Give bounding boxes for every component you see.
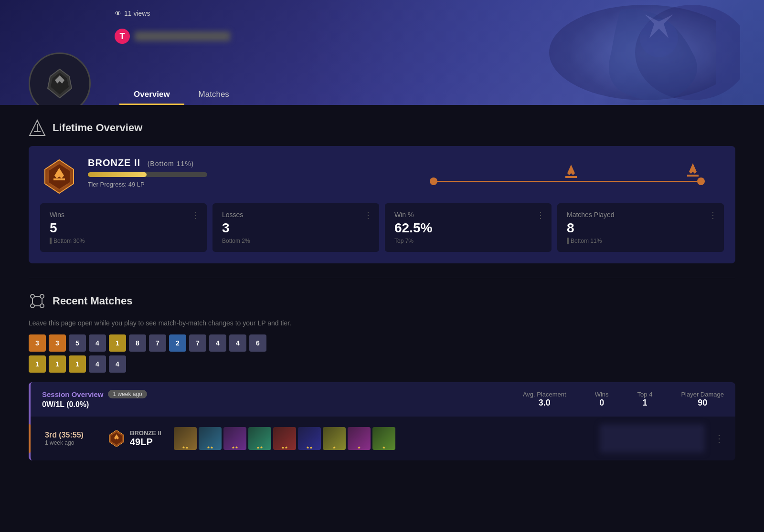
losses-menu[interactable]: ⋮ — [364, 210, 372, 220]
badge-12[interactable]: 6 — [249, 334, 266, 352]
played-menu[interactable]: ⋮ — [709, 210, 717, 220]
session-damage: Player Damage 90 — [681, 391, 724, 408]
rank-lp-label: Tier Progress: 49 LP — [88, 181, 401, 188]
badge-15[interactable]: 1 — [69, 355, 86, 373]
damage-label: Player Damage — [681, 391, 724, 398]
svg-point-15 — [40, 304, 44, 308]
winpct-value: 62.5% — [394, 220, 542, 236]
match-rank-tier: BRONZE II — [130, 429, 161, 437]
avatar — [29, 52, 91, 105]
svg-point-13 — [40, 294, 44, 298]
champ-1 — [174, 427, 197, 450]
profile-section: Overview Matches — [0, 52, 764, 105]
badge-9[interactable]: 7 — [189, 334, 206, 352]
recent-matches-icon — [29, 292, 46, 310]
username-blurred — [135, 31, 230, 41]
badge-5[interactable]: 1 — [109, 334, 126, 352]
winpct-menu[interactable]: ⋮ — [536, 210, 545, 220]
badge-4[interactable]: 4 — [89, 334, 106, 352]
session-block: Session Overview 1 week ago 0W/1L (0.0%)… — [29, 382, 735, 460]
champ-5 — [273, 427, 296, 450]
winpct-label: Win % — [394, 211, 542, 219]
match-blurred-stats — [600, 424, 705, 453]
badge-17[interactable]: 4 — [109, 355, 126, 373]
badges-row-1: 3 3 5 4 1 8 7 2 7 4 4 6 — [29, 334, 735, 352]
top4-label: Top 4 — [637, 391, 653, 398]
recent-matches-header: Recent Matches — [29, 292, 735, 310]
losses-value: 3 — [222, 220, 370, 236]
rank-progress-bar — [88, 172, 207, 177]
lifetime-title: Lifetime Overview — [53, 122, 142, 134]
wins-stat-label: Wins — [595, 391, 609, 398]
badge-10[interactable]: 4 — [209, 334, 226, 352]
badge-8[interactable]: 2 — [169, 334, 186, 352]
avg-placement-value: 3.0 — [523, 398, 566, 408]
rank-progress-fill — [88, 172, 147, 177]
stat-card-winpct: Win % 62.5% Top 7% ⋮ — [385, 203, 552, 252]
champ-8 — [348, 427, 371, 450]
champion-icons — [174, 427, 590, 450]
badge-11[interactable]: 4 — [229, 334, 246, 352]
badges-row-2: 1 1 1 4 4 — [29, 355, 735, 373]
champ-3 — [223, 427, 246, 450]
svg-point-14 — [31, 304, 34, 308]
badge-14[interactable]: 1 — [49, 355, 66, 373]
avg-placement-label: Avg. Placement — [523, 391, 566, 398]
session-title: Session Overview — [42, 390, 103, 398]
main-content: Lifetime Overview — [0, 105, 764, 475]
nav-tabs: Overview Matches — [119, 84, 244, 105]
session-avg-placement: Avg. Placement 3.0 — [523, 391, 566, 408]
played-sub: Bottom 11% — [567, 238, 714, 244]
match-menu-dots[interactable]: ⋮ — [714, 433, 724, 444]
losses-label: Losses — [222, 211, 370, 219]
banner: 👁 11 views T Overview Matches — [0, 0, 764, 105]
svg-point-11 — [697, 177, 705, 185]
badge-2[interactable]: 3 — [49, 334, 66, 352]
champ-2 — [199, 427, 222, 450]
rank-tier-label: BRONZE II (Bottom 11%) — [88, 157, 401, 168]
match-time-ago: 1 week ago — [45, 439, 97, 446]
match-placement-info: 3rd (35:55) 1 week ago — [45, 431, 97, 446]
match-placement: 3rd (35:55) — [45, 431, 97, 439]
stats-row: Wins 5 Bottom 30% ⋮ Losses 3 Bottom 2% ⋮… — [40, 203, 724, 252]
match-lp: 49LP — [130, 437, 161, 448]
session-record: 0W/1L (0.0%) — [42, 400, 147, 409]
losses-sub: Bottom 2% — [222, 238, 370, 244]
wins-menu[interactable]: ⋮ — [191, 210, 200, 220]
badge-1[interactable]: 3 — [29, 334, 46, 352]
badge-3[interactable]: 5 — [69, 334, 86, 352]
session-time-ago: 1 week ago — [108, 390, 147, 398]
nav-area: Overview Matches — [105, 84, 735, 105]
session-stats: Avg. Placement 3.0 Wins 0 Top 4 1 Player… — [523, 391, 724, 408]
session-wins: Wins 0 — [595, 391, 609, 408]
avatar-icon — [43, 67, 76, 100]
stat-card-played: Matches Played 8 Bottom 11% ⋮ — [557, 203, 724, 252]
rank-card: BRONZE II (Bottom 11%) Tier Progress: 49… — [29, 146, 735, 263]
badge-7[interactable]: 7 — [149, 334, 166, 352]
username-row: T — [115, 29, 230, 44]
match-rank-icon — [107, 429, 126, 448]
session-top4: Top 4 1 — [637, 391, 653, 408]
match-row: 3rd (35:55) 1 week ago — [29, 417, 735, 460]
champ-9 — [372, 427, 395, 450]
rank-progression — [411, 157, 724, 196]
views-count: 11 views — [124, 10, 150, 17]
match-accent — [29, 424, 31, 453]
views-badge: 👁 11 views — [115, 10, 150, 17]
badge-13[interactable]: 1 — [29, 355, 46, 373]
top4-value: 1 — [637, 398, 653, 408]
played-value: 8 — [567, 220, 714, 236]
badge-16[interactable]: 4 — [89, 355, 106, 373]
recent-matches-section: Recent Matches Leave this page open whil… — [29, 292, 735, 460]
wins-stat-value: 0 — [595, 398, 609, 408]
wins-value: 5 — [50, 220, 197, 236]
tab-matches[interactable]: Matches — [184, 84, 244, 105]
svg-point-10 — [430, 177, 437, 185]
match-rank-info: BRONZE II 49LP — [107, 429, 164, 448]
tab-overview[interactable]: Overview — [119, 84, 184, 105]
badge-6[interactable]: 8 — [129, 334, 146, 352]
stat-card-wins: Wins 5 Bottom 30% ⋮ — [40, 203, 207, 252]
game-icon: T — [115, 29, 130, 44]
champ-7 — [323, 427, 346, 450]
eye-icon: 👁 — [115, 10, 121, 17]
